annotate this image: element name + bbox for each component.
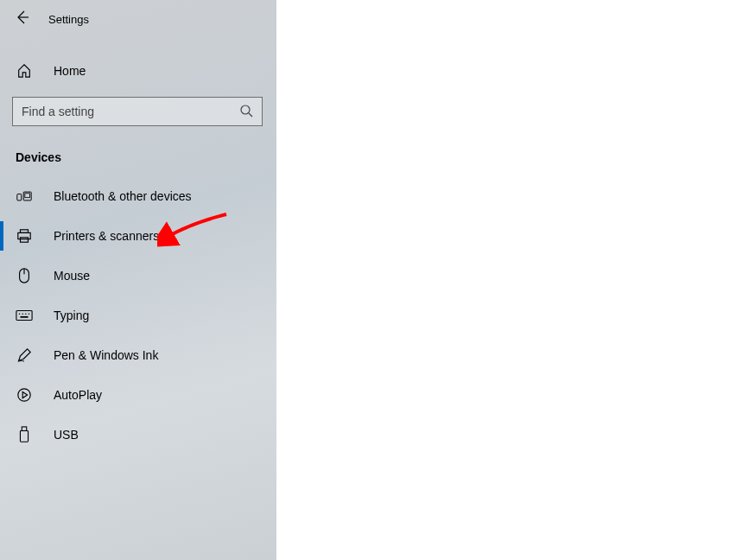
sidebar-item-printers[interactable]: Printers & scanners (0, 216, 276, 256)
svg-rect-6 (21, 238, 29, 242)
sidebar-item-bluetooth[interactable]: Bluetooth & other devices (0, 176, 276, 216)
sidebar-item-pen[interactable]: Pen & Windows Ink (0, 335, 276, 375)
svg-rect-3 (25, 194, 30, 198)
app-title: Settings (48, 13, 89, 26)
keyboard-icon (16, 309, 33, 321)
svg-point-0 (241, 105, 250, 114)
printer-icon (16, 228, 33, 244)
sidebar: Settings Home Devices Bluetooth & other … (0, 0, 276, 560)
mouse-icon (16, 268, 33, 283)
category-header: Devices (0, 138, 276, 176)
sidebar-item-label: Mouse (54, 269, 90, 283)
back-icon[interactable] (16, 10, 29, 28)
sidebar-item-autoplay[interactable]: AutoPlay (0, 375, 276, 415)
home-label: Home (54, 64, 86, 78)
sidebar-item-label: Pen & Windows Ink (54, 348, 158, 362)
svg-rect-1 (17, 194, 22, 200)
svg-point-15 (18, 389, 30, 401)
autoplay-icon (16, 387, 33, 403)
home-icon (16, 63, 33, 79)
devices-icon (16, 190, 33, 202)
svg-point-13 (29, 313, 29, 314)
sidebar-item-label: Typing (54, 309, 89, 322)
sidebar-item-label: AutoPlay (54, 388, 102, 402)
sidebar-item-typing[interactable]: Typing (0, 296, 276, 335)
sidebar-home[interactable]: Home (0, 52, 276, 90)
search-field[interactable] (22, 105, 229, 118)
search-input[interactable] (12, 97, 263, 126)
svg-rect-14 (20, 316, 28, 318)
svg-rect-9 (16, 311, 32, 321)
svg-rect-17 (20, 430, 28, 442)
sidebar-item-label: Bluetooth & other devices (54, 189, 192, 203)
svg-point-11 (22, 313, 22, 314)
search-icon (239, 104, 253, 120)
pen-icon (16, 347, 33, 363)
svg-rect-16 (22, 427, 26, 431)
sidebar-item-mouse[interactable]: Mouse (0, 256, 276, 296)
svg-point-12 (25, 313, 26, 314)
sidebar-item-label: Printers & scanners (54, 229, 159, 243)
sidebar-item-usb[interactable]: USB (0, 415, 276, 455)
usb-icon (16, 426, 33, 443)
sidebar-item-label: USB (54, 428, 79, 442)
svg-point-10 (19, 313, 20, 314)
